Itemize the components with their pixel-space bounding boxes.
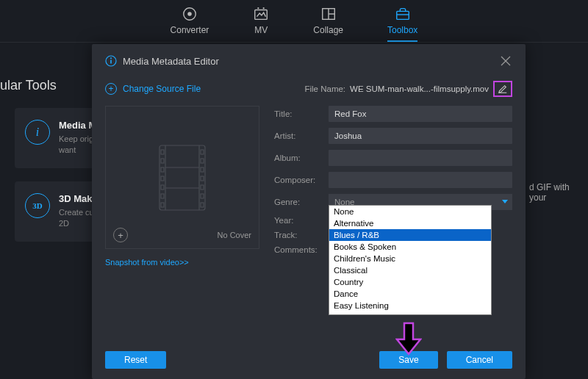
genre-option[interactable]: Country	[329, 276, 491, 288]
pencil-icon[interactable]	[498, 84, 508, 94]
svg-rect-27	[161, 203, 164, 207]
title-label: Title:	[274, 109, 321, 118]
genre-option[interactable]: Electronic	[329, 311, 491, 315]
svg-rect-21	[161, 150, 164, 154]
chevron-down-icon	[502, 200, 508, 203]
change-source-label: Change Source File	[123, 84, 201, 94]
snapshot-link[interactable]: Snapshot from video>>	[105, 258, 189, 267]
svg-rect-8	[396, 11, 409, 19]
right-peek-text: d GIF with your	[529, 182, 588, 203]
svg-rect-29	[201, 159, 204, 163]
composer-label: Composer:	[274, 176, 321, 184]
info-icon	[105, 55, 117, 67]
top-nav: Converter MV Collage Toolbox	[0, 0, 588, 43]
info-icon: i	[25, 120, 50, 145]
close-button[interactable]	[499, 54, 512, 68]
cover-art-panel: + No Cover Snapshot from video>>	[105, 106, 259, 341]
modal-title: Media Metadata Editor	[123, 56, 499, 67]
svg-rect-16	[159, 145, 205, 210]
nav-toolbox[interactable]: Toolbox	[387, 6, 417, 42]
3d-icon: 3D	[25, 193, 50, 218]
svg-rect-24	[161, 176, 164, 181]
nav-collage[interactable]: Collage	[313, 6, 343, 42]
metadata-form: Title: Artist: Album: Composer: Genre: N…	[274, 106, 512, 341]
genre-option[interactable]: Classical	[329, 264, 491, 276]
cancel-button[interactable]: Cancel	[447, 351, 512, 369]
composer-input[interactable]	[329, 172, 512, 188]
svg-point-12	[110, 57, 112, 59]
svg-point-1	[187, 12, 192, 16]
nav-label: MV	[254, 25, 268, 35]
svg-rect-31	[201, 176, 204, 181]
toolbox-icon	[395, 6, 411, 22]
title-input[interactable]	[329, 106, 512, 122]
track-label: Track:	[274, 231, 321, 239]
genre-option[interactable]: Blues / R&B	[329, 229, 491, 241]
nav-converter[interactable]: Converter	[171, 6, 209, 42]
svg-rect-28	[201, 150, 204, 154]
artist-label: Artist:	[274, 131, 321, 140]
comments-label: Comments:	[274, 245, 321, 254]
genre-label: Genre:	[274, 198, 321, 206]
metadata-editor-modal: Media Metadata Editor + Change Source Fi…	[92, 44, 526, 379]
change-source-button[interactable]: + Change Source File	[105, 83, 201, 95]
plus-icon: +	[105, 83, 117, 95]
genre-dropdown[interactable]: NoneAlternativeBlues / R&BBooks & Spoken…	[329, 205, 492, 315]
nav-label: Toolbox	[387, 25, 417, 35]
album-label: Album:	[274, 154, 321, 162]
nav-mv[interactable]: MV	[253, 6, 269, 42]
genre-option[interactable]: Easy Listening	[329, 300, 491, 311]
film-strip-icon	[149, 141, 215, 214]
genre-option[interactable]: Dance	[329, 288, 491, 300]
reset-button[interactable]: Reset	[105, 351, 166, 369]
genre-option[interactable]: Books & Spoken	[329, 241, 491, 253]
no-cover-label: No Cover	[218, 231, 251, 239]
genre-option[interactable]: None	[329, 206, 491, 217]
artist-input[interactable]	[329, 128, 512, 144]
file-name-label: File Name:	[304, 84, 345, 93]
svg-point-3	[258, 7, 259, 9]
genre-option[interactable]: Children's Music	[329, 253, 491, 264]
svg-rect-11	[110, 60, 112, 64]
genre-option[interactable]: Alternative	[329, 217, 491, 229]
cover-frame: + No Cover	[105, 106, 259, 249]
nav-label: Converter	[171, 25, 209, 35]
nav-label: Collage	[313, 25, 343, 35]
year-label: Year:	[274, 216, 321, 225]
svg-rect-33	[201, 194, 204, 198]
mv-icon	[253, 6, 269, 22]
svg-point-4	[263, 7, 265, 9]
svg-rect-25	[161, 185, 164, 190]
converter-icon	[182, 6, 198, 22]
collage-icon	[320, 6, 337, 22]
svg-rect-22	[161, 159, 164, 163]
svg-rect-32	[201, 185, 204, 190]
svg-rect-34	[201, 203, 204, 207]
svg-rect-23	[161, 167, 164, 172]
svg-rect-26	[161, 194, 164, 198]
svg-rect-30	[201, 167, 204, 172]
album-input[interactable]	[329, 150, 512, 166]
file-name-value: WE SUM-man-walk...-filmsupply.mov	[350, 84, 489, 93]
add-cover-button[interactable]: +	[113, 228, 128, 242]
edit-filename-highlight	[493, 81, 512, 97]
annotation-arrow-icon	[395, 322, 422, 355]
